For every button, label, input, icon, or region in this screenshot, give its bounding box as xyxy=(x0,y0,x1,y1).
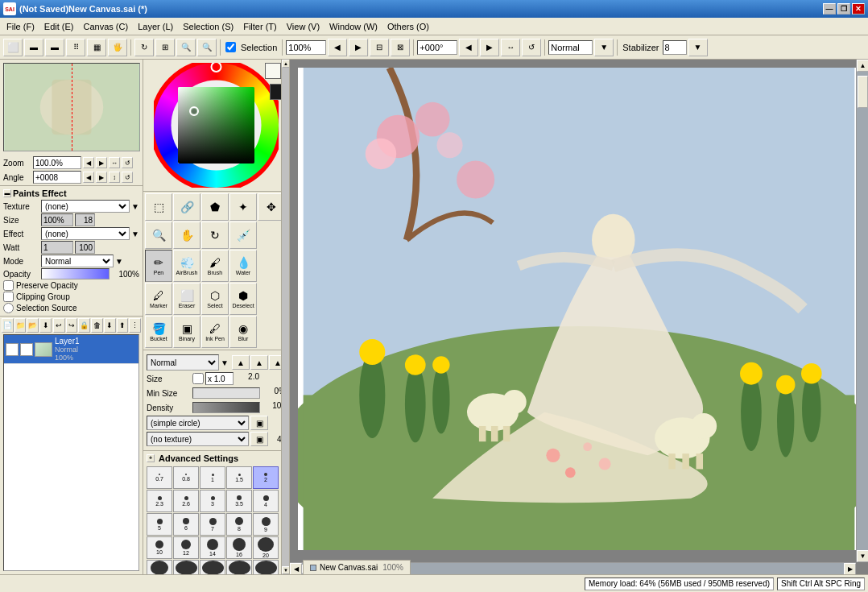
mode-dropdown[interactable]: ▼ xyxy=(594,39,614,56)
layer-down-btn[interactable]: ⬇ xyxy=(104,318,116,333)
angle-input[interactable] xyxy=(417,40,457,55)
zoom-left-btn[interactable]: ◀ xyxy=(83,157,94,168)
layer-protect-btn[interactable]: 🔒 xyxy=(78,318,90,333)
paints-effect-toggle[interactable]: ▬ xyxy=(3,189,11,197)
angle-right-btn[interactable]: ▶ xyxy=(96,172,107,183)
brush-size-cell[interactable]: 9 xyxy=(253,513,279,536)
layer-open-btn[interactable]: 📂 xyxy=(27,318,39,333)
zoom-dec[interactable]: ◀ xyxy=(328,39,347,56)
clipping-group-check[interactable] xyxy=(3,292,14,302)
layer-folder-btn[interactable]: 📁 xyxy=(14,318,27,333)
tool-bucket[interactable]: 🪣 Bucket xyxy=(145,316,172,348)
shape-btn2[interactable]: ▲ xyxy=(250,355,268,370)
menu-filter[interactable]: Filter (T) xyxy=(238,20,282,33)
canvas-content[interactable] xyxy=(298,68,860,550)
zoom-flip-btn[interactable]: ↔ xyxy=(109,157,120,168)
brush-size-cell[interactable]: 4 xyxy=(253,490,279,512)
tool-lasso[interactable]: 🔗 xyxy=(173,193,200,221)
brush-texture-select[interactable]: (no texture) xyxy=(147,432,249,446)
brush-size-cell[interactable]: 2 xyxy=(253,466,279,489)
tool-zoom[interactable]: 🔍 xyxy=(145,221,172,249)
tool-pen[interactable]: ✏ Pen xyxy=(145,250,172,282)
tool-polygon[interactable]: ⬟ xyxy=(201,193,229,221)
layer-undo-btn[interactable]: ↩ xyxy=(53,318,65,333)
brush-size-cell[interactable]: 2.6 xyxy=(173,490,199,512)
brush-size-cell[interactable]: 6 xyxy=(173,513,199,536)
tool-hand[interactable]: ✋ xyxy=(173,221,200,249)
tool-marker[interactable]: 🖊 Marker xyxy=(145,283,172,315)
layer-item[interactable]: 👁 ✏ Layer1 Normal 100% xyxy=(4,335,138,364)
brush-size-cell[interactable]: 5 xyxy=(147,513,172,536)
size-num[interactable] xyxy=(75,213,95,226)
size-multiplier-input[interactable] xyxy=(205,372,234,385)
tool-water[interactable]: 💧 Water xyxy=(229,250,257,282)
layer-eye-icon[interactable]: 👁 xyxy=(6,343,19,356)
angle-inc[interactable]: ▶ xyxy=(480,39,499,56)
mid-scroll-down[interactable]: ▼ xyxy=(282,566,290,574)
toolbar-zoomin[interactable]: 🔍 xyxy=(176,39,196,56)
size-input[interactable] xyxy=(41,213,73,226)
tool-blur[interactable]: ◉ Blur xyxy=(229,316,257,348)
menu-canvas[interactable]: Canvas (C) xyxy=(79,20,134,33)
brush-size-cell[interactable]: 12 xyxy=(173,536,199,559)
restore-button[interactable]: ❐ xyxy=(837,3,850,14)
brush-size-cell[interactable]: 10 xyxy=(147,536,172,559)
angle-reset2-btn[interactable]: ↺ xyxy=(122,172,133,183)
brush-size-cell[interactable]: 3 xyxy=(200,490,225,512)
brush-size-cell[interactable]: 30 xyxy=(173,560,199,574)
angle-flip[interactable]: ↔ xyxy=(501,39,520,56)
brush-size-cell[interactable]: 1.5 xyxy=(226,466,252,489)
brush-size-cell[interactable]: 3.5 xyxy=(226,490,252,512)
layer-new-btn[interactable]: 📄 xyxy=(2,318,14,333)
brush-size-cell[interactable]: 0.8 xyxy=(173,466,199,489)
brush-size-cell[interactable]: 0.7 xyxy=(147,466,172,489)
watt-num[interactable] xyxy=(75,241,95,254)
zoom-value-input[interactable] xyxy=(33,156,81,169)
vscroll-up-btn[interactable]: ▲ xyxy=(857,60,868,72)
canvas-tab-main[interactable]: New Canvas.sai 100% xyxy=(303,560,411,574)
mode-select[interactable]: Normal xyxy=(41,255,114,267)
toolbar-btn2[interactable]: ▬ xyxy=(24,39,43,56)
layer-lock-icon[interactable]: ✏ xyxy=(20,343,33,356)
opacity-bar[interactable] xyxy=(41,268,110,279)
stabilizer-dropdown[interactable]: ▼ xyxy=(688,39,708,56)
layer-up-btn[interactable]: ⬆ xyxy=(117,318,129,333)
tool-eyedrop[interactable]: 💉 xyxy=(229,221,257,249)
density-slider[interactable] xyxy=(192,402,260,413)
tool-inkpen[interactable]: 🖋 Ink Pen xyxy=(201,316,229,348)
brush-size-cell[interactable]: 40 xyxy=(226,560,252,574)
zoom-input[interactable] xyxy=(286,40,326,55)
angle-flip2-btn[interactable]: ↕ xyxy=(109,172,120,183)
mid-scroll-track[interactable] xyxy=(282,68,289,566)
angle-reset[interactable]: ↺ xyxy=(522,39,541,56)
vscroll-thumb[interactable] xyxy=(858,76,868,108)
mode-input[interactable] xyxy=(548,40,593,55)
menu-selection[interactable]: Selection (S) xyxy=(178,20,238,33)
toolbar-zoomout[interactable]: 🔍 xyxy=(197,39,217,56)
hscroll-right-btn[interactable]: ▶ xyxy=(844,563,856,574)
size-check[interactable] xyxy=(192,373,204,384)
toolbar-btn4[interactable]: ⠿ xyxy=(66,39,85,56)
selection-source-radio[interactable] xyxy=(3,303,14,313)
layer-extra-btn[interactable]: ⋮ xyxy=(129,318,141,333)
zoom-100[interactable]: ⊠ xyxy=(391,39,410,56)
foreground-color-swatch[interactable] xyxy=(265,63,281,79)
vscroll-down-btn[interactable]: ▼ xyxy=(857,550,868,562)
tool-deselect[interactable]: ⬢ Deselect xyxy=(229,283,257,315)
tool-binary[interactable]: ▣ Binary xyxy=(173,316,200,348)
brush-shape-select[interactable]: (simple circle) xyxy=(147,416,249,430)
brush-size-cell[interactable]: 7 xyxy=(200,513,225,536)
vscroll-track[interactable] xyxy=(857,72,868,550)
zoom-fit[interactable]: ⊟ xyxy=(370,39,389,56)
brush-texture-config[interactable]: ▣ xyxy=(250,432,268,446)
minimize-button[interactable]: — xyxy=(823,3,836,14)
layer-redo-btn[interactable]: ↪ xyxy=(66,318,78,333)
preserve-opacity-check[interactable] xyxy=(3,280,14,291)
zoom-inc[interactable]: ▶ xyxy=(349,39,368,56)
brush-size-cell[interactable]: 2.3 xyxy=(147,490,172,512)
mid-scroll-up[interactable]: ▲ xyxy=(282,60,290,68)
menu-window[interactable]: Window (W) xyxy=(324,20,382,33)
hscroll-left-btn[interactable]: ◀ xyxy=(290,563,302,574)
angle-value-input[interactable] xyxy=(33,171,81,184)
brush-size-cell[interactable]: 16 xyxy=(226,536,252,559)
